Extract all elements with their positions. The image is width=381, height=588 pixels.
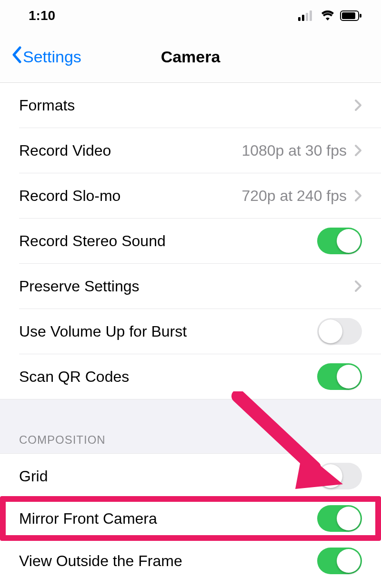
record-slomo-row[interactable]: Record Slo-mo 720p at 240 fps: [0, 173, 381, 218]
svg-rect-2: [306, 13, 308, 21]
status-indicators: [298, 10, 362, 21]
chevron-left-icon: [11, 46, 22, 68]
svg-rect-5: [342, 12, 355, 19]
record-video-value: 1080p at 30 fps: [241, 142, 347, 159]
view-outside-frame-toggle[interactable]: [317, 548, 362, 574]
back-button-label: Settings: [23, 48, 81, 66]
svg-rect-1: [302, 15, 304, 21]
back-button[interactable]: Settings: [11, 46, 81, 68]
navigation-bar: Settings Camera: [0, 31, 381, 83]
page-title: Camera: [161, 48, 221, 66]
volume-burst-row: Use Volume Up for Burst: [0, 309, 381, 354]
formats-row[interactable]: Formats: [0, 83, 381, 128]
composition-section-header: COMPOSITION: [0, 433, 381, 454]
mirror-front-camera-label: Mirror Front Camera: [19, 510, 317, 528]
mirror-front-camera-toggle[interactable]: [317, 505, 362, 532]
svg-rect-3: [310, 10, 312, 21]
chevron-right-icon: [354, 189, 362, 202]
settings-section-2: Grid Mirror Front Camera View Outside th…: [0, 454, 381, 583]
chevron-right-icon: [354, 144, 362, 157]
section-separator: [0, 399, 381, 433]
wifi-icon: [320, 10, 335, 21]
status-bar: 1:10: [0, 0, 381, 31]
stereo-sound-row: Record Stereo Sound: [0, 219, 381, 263]
volume-burst-toggle[interactable]: [317, 318, 362, 345]
grid-toggle[interactable]: [317, 463, 362, 489]
scan-qr-toggle[interactable]: [317, 363, 362, 390]
preserve-settings-row[interactable]: Preserve Settings: [0, 264, 381, 309]
svg-rect-0: [298, 17, 301, 21]
stereo-sound-label: Record Stereo Sound: [19, 232, 317, 250]
mirror-front-camera-row: Mirror Front Camera: [0, 496, 381, 541]
chevron-right-icon: [354, 99, 362, 111]
preserve-settings-label: Preserve Settings: [19, 278, 354, 295]
view-outside-frame-label: View Outside the Frame: [19, 552, 317, 570]
status-time: 1:10: [29, 8, 55, 23]
grid-row: Grid: [0, 454, 381, 498]
formats-label: Formats: [19, 97, 354, 114]
cellular-signal-icon: [298, 10, 315, 21]
record-slomo-label: Record Slo-mo: [19, 187, 241, 205]
record-video-label: Record Video: [19, 142, 241, 159]
record-video-row[interactable]: Record Video 1080p at 30 fps: [0, 128, 381, 173]
volume-burst-label: Use Volume Up for Burst: [19, 323, 317, 340]
view-outside-frame-row: View Outside the Frame: [0, 538, 381, 583]
stereo-sound-toggle[interactable]: [317, 228, 362, 254]
scan-qr-label: Scan QR Codes: [19, 368, 317, 386]
record-slomo-value: 720p at 240 fps: [241, 187, 347, 205]
battery-icon: [340, 10, 362, 21]
settings-section-1: Formats Record Video 1080p at 30 fps Rec…: [0, 83, 381, 399]
svg-rect-6: [360, 14, 361, 18]
chevron-right-icon: [354, 280, 362, 292]
scan-qr-row: Scan QR Codes: [0, 354, 381, 399]
grid-label: Grid: [19, 468, 317, 485]
